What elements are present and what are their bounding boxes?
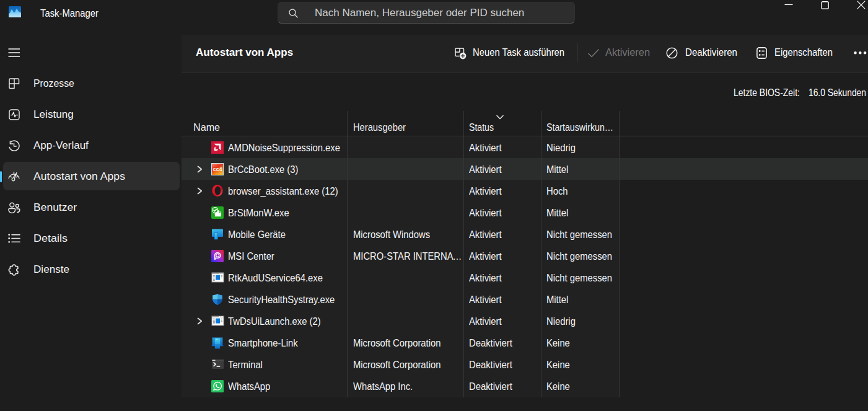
svg-text:cc4: cc4: [213, 166, 222, 172]
